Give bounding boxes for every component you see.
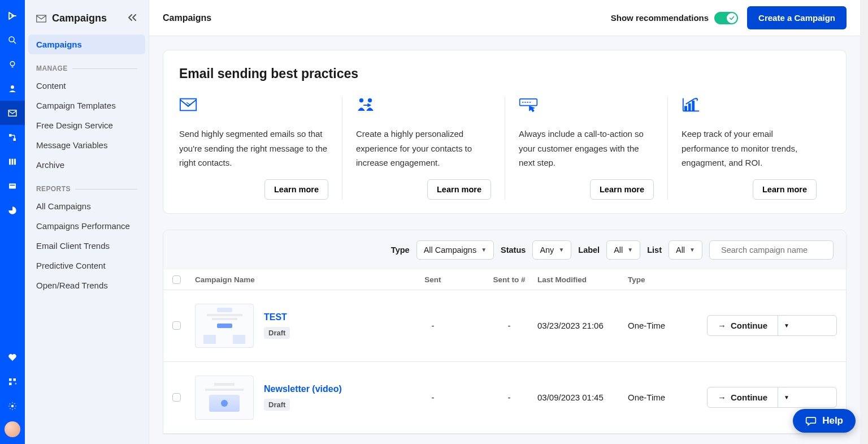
sidebar-item-predictive-content[interactable]: Predictive Content	[28, 256, 145, 275]
sidebar-item-campaigns[interactable]: Campaigns	[28, 35, 145, 54]
learn-more-button-3[interactable]: Learn more	[753, 179, 817, 200]
cell-sent: -	[385, 393, 481, 402]
site-icon[interactable]	[0, 174, 25, 198]
search-campaign-input[interactable]	[721, 245, 828, 255]
sidebar-item-all-campaigns[interactable]: All Campaigns	[28, 196, 145, 216]
bp-text-2: Always include a call-to-action so your …	[519, 127, 654, 170]
cell-type: One-Time	[628, 321, 707, 330]
scrollbar[interactable]	[860, 0, 868, 444]
search-icon[interactable]	[0, 28, 25, 52]
trends-icon	[682, 96, 817, 117]
cta-icon	[519, 96, 654, 117]
sidebar-item-archive[interactable]: Archive	[28, 155, 145, 175]
select-all-checkbox[interactable]	[172, 275, 181, 284]
sidebar-item-content[interactable]: Content	[28, 76, 145, 96]
show-recommendations-label: Show recommendations	[611, 13, 709, 23]
row-action-dropdown[interactable]: ▼	[778, 316, 795, 335]
sidebar-item-message-variables[interactable]: Message Variables	[28, 135, 145, 155]
chevron-down-icon: ▼	[784, 394, 789, 400]
help-label: Help	[822, 415, 843, 426]
svg-line-1	[14, 41, 16, 44]
sidebar-item-open-read-trends[interactable]: Open/Read Trends	[28, 275, 145, 295]
svg-text:+: +	[15, 381, 18, 386]
sidebar-group-reports: REPORTS	[28, 175, 145, 196]
svg-marker-25	[368, 104, 371, 107]
heart-icon[interactable]	[0, 345, 25, 369]
filter-list-dropdown[interactable]: All▼	[669, 240, 702, 260]
filter-list-label: List	[647, 245, 662, 255]
status-badge: Draft	[264, 399, 290, 411]
filter-label-label: Label	[578, 245, 600, 255]
bp-text-0: Send highly segmented emails so that you…	[179, 127, 328, 170]
cell-type: One-Time	[628, 393, 707, 402]
sidebar-item-campaign-templates[interactable]: Campaign Templates	[28, 96, 145, 115]
svg-point-4	[11, 85, 14, 89]
envelope-icon	[36, 15, 46, 23]
sidebar-item-free-design[interactable]: Free Design Service	[28, 115, 145, 135]
filter-status-dropdown[interactable]: Any▼	[532, 240, 571, 260]
table-row: TEST Draft - - 03/23/2023 21:06 One-Time…	[163, 290, 846, 362]
svg-point-22	[359, 98, 363, 102]
chevron-down-icon: ▼	[784, 322, 789, 329]
automations-icon[interactable]	[0, 125, 25, 149]
campaign-name-link[interactable]: TEST	[264, 312, 290, 322]
filter-type-dropdown[interactable]: All Campaigns▼	[416, 240, 494, 260]
row-action-dropdown[interactable]: ▼	[778, 387, 795, 407]
svg-rect-30	[685, 106, 687, 111]
best-practices-card: Email sending best practices Send highly…	[163, 50, 847, 214]
svg-point-0	[9, 37, 14, 42]
filters-bar: Type All Campaigns▼ Status Any▼ Label Al…	[163, 230, 846, 270]
cell-last-modified: 03/09/2023 01:45	[537, 393, 628, 402]
sidebar-title: Campaigns	[52, 12, 107, 24]
campaigns-icon[interactable]	[0, 101, 25, 125]
row-checkbox[interactable]	[172, 393, 181, 402]
help-button[interactable]: Help	[793, 409, 856, 433]
learn-more-button-0[interactable]: Learn more	[264, 179, 328, 200]
contacts-icon[interactable]	[0, 76, 25, 101]
svg-point-23	[368, 98, 372, 102]
bp-text-1: Create a highly personalized experience …	[356, 127, 491, 170]
logo-icon[interactable]	[0, 3, 25, 28]
svg-rect-17	[9, 382, 12, 385]
learn-more-button-1[interactable]: Learn more	[427, 179, 491, 200]
svg-rect-16	[14, 378, 16, 381]
svg-point-2	[10, 61, 15, 66]
cell-sent-to: -	[481, 321, 537, 330]
filter-label-dropdown[interactable]: All▼	[606, 240, 640, 260]
learn-more-button-2[interactable]: Learn more	[590, 179, 654, 200]
sidebar-item-email-client-trends[interactable]: Email Client Trends	[28, 236, 145, 256]
settings-icon[interactable]	[0, 394, 25, 418]
show-recommendations-toggle[interactable]	[714, 12, 738, 24]
reports-icon[interactable]	[0, 198, 25, 222]
idea-icon[interactable]	[0, 52, 25, 76]
topbar: Campaigns Show recommendations Create a …	[149, 0, 860, 36]
bp-text-3: Keep track of your email performance to …	[682, 127, 817, 170]
sidebar-item-campaigns-performance[interactable]: Campaigns Performance	[28, 216, 145, 236]
th-type: Type	[628, 275, 707, 284]
svg-rect-12	[14, 158, 16, 165]
row-action-button[interactable]: →Continue ▼	[707, 387, 837, 408]
svg-rect-6	[9, 134, 12, 137]
avatar[interactable]	[5, 421, 20, 437]
svg-rect-10	[9, 158, 11, 165]
deals-icon[interactable]	[0, 149, 25, 174]
nav-rail: +	[0, 0, 25, 444]
status-badge: Draft	[264, 327, 290, 339]
row-action-button[interactable]: →Continue ▼	[707, 315, 837, 336]
svg-rect-21	[180, 99, 196, 111]
page-title: Campaigns	[163, 13, 211, 23]
arrow-right-icon: →	[718, 393, 726, 402]
row-checkbox[interactable]	[172, 321, 181, 330]
collapse-sidebar-icon[interactable]	[127, 14, 137, 24]
th-last: Last Modified	[537, 275, 628, 284]
personalize-icon	[356, 96, 491, 117]
table-header-row: Campaign Name Sent Sent to # Last Modifi…	[163, 270, 846, 290]
search-campaign-box[interactable]	[709, 240, 834, 260]
campaign-name-link[interactable]: Newsletter (video)	[264, 384, 342, 394]
th-sent: Sent	[385, 275, 481, 284]
sidebar-group-manage: MANAGE	[28, 54, 145, 76]
th-name: Campaign Name	[195, 275, 385, 284]
apps-icon[interactable]: +	[0, 369, 25, 394]
svg-rect-15	[9, 378, 12, 381]
create-campaign-button[interactable]: Create a Campaign	[747, 6, 847, 29]
